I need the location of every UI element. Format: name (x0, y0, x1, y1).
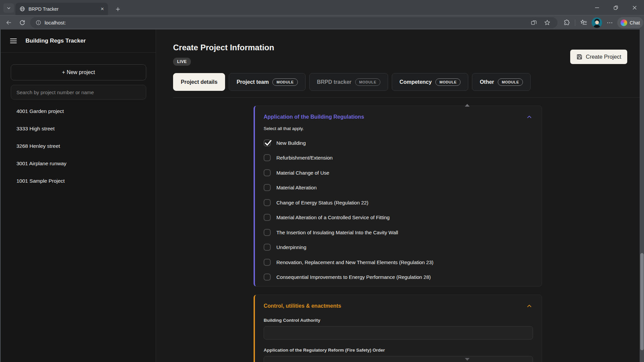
profile-avatar[interactable] (592, 17, 602, 28)
module-badge: MODULE (355, 78, 380, 86)
chat-label: Chat (630, 20, 640, 25)
field-label: Building Control Authority (264, 318, 533, 323)
checkbox-row[interactable]: Material Change of Use (264, 165, 533, 180)
settings-more-icon[interactable] (604, 15, 616, 30)
checkbox-label: Material Change of Use (276, 170, 329, 176)
checkbox[interactable] (264, 229, 271, 236)
checkbox[interactable] (264, 154, 271, 161)
project-list-item[interactable]: 3001 Airplane runway (1, 155, 156, 172)
tab-bar: Project details Project team MODULE BRPD… (173, 73, 531, 91)
tab-label: BRPD tracker (317, 79, 352, 85)
checkbox[interactable] (264, 184, 271, 191)
module-badge: MODULE (435, 78, 461, 86)
project-list-item[interactable]: 4001 Garden project (1, 103, 156, 120)
section-control-utilities: Control, utilities & enactments Building… (254, 295, 542, 362)
project-list: 4001 Garden project 3333 High street 326… (1, 103, 156, 190)
back-button[interactable] (3, 15, 15, 30)
extensions-icon[interactable] (561, 15, 573, 30)
checkbox-list: New Building Refurbishment/Extension Mat… (264, 135, 533, 285)
tab-close-icon[interactable]: × (101, 6, 104, 12)
scrollbar-thumb[interactable] (640, 253, 644, 350)
checkbox-label: Material Alteration (276, 185, 317, 190)
refresh-button[interactable] (16, 15, 28, 30)
restore-button[interactable] (606, 0, 625, 15)
checkbox-label: Material Alteration of a Controlled Serv… (276, 215, 390, 220)
checkbox-label: Consequential Improvements to Energy Per… (276, 274, 431, 280)
new-tab-button[interactable] (113, 4, 123, 14)
close-window-button[interactable] (625, 0, 644, 15)
checkbox-row[interactable]: Underpinning (264, 240, 533, 255)
tab-project-team[interactable]: Project team MODULE (229, 73, 305, 91)
save-icon (576, 54, 583, 60)
sidebar-header: Building Regs Tracker (1, 29, 156, 53)
checkbox[interactable] (264, 169, 271, 176)
checkbox[interactable] (264, 274, 271, 281)
app-title: Building Regs Tracker (25, 38, 86, 44)
copilot-chat-button[interactable]: Chat (617, 17, 643, 28)
collapse-chevron-up-icon[interactable] (526, 302, 533, 310)
tab-label: Other (480, 79, 494, 85)
scroll-down-indicator-icon[interactable] (465, 358, 470, 361)
checkbox[interactable] (264, 244, 271, 251)
tab-competency[interactable]: Competency MODULE (392, 73, 468, 91)
browser-tab[interactable]: BRPD Tracker × (15, 3, 108, 15)
tab-other[interactable]: Other MODULE (472, 73, 531, 91)
section-subtitle: Select all that apply. (264, 126, 533, 131)
checkbox-label: New Building (276, 140, 306, 146)
checkbox[interactable] (264, 199, 271, 206)
checkbox[interactable] (264, 259, 271, 266)
checkbox-label: Refurbishment/Extension (276, 155, 333, 161)
project-list-item[interactable]: 3268 Henley street (1, 137, 156, 155)
checkbox-row[interactable]: Renovation, Replacement and New Thermal … (264, 255, 533, 270)
collections-icon[interactable] (578, 15, 590, 30)
fire-safety-order-input[interactable] (264, 356, 533, 362)
module-badge: MODULE (498, 78, 523, 86)
tab-project-details[interactable]: Project details (173, 73, 225, 91)
module-badge: MODULE (272, 78, 298, 86)
checkbox-row[interactable]: Consequential Improvements to Energy Per… (264, 270, 533, 285)
favorite-star-icon[interactable] (542, 19, 552, 26)
tabs-divider (173, 97, 644, 98)
globe-favicon-icon (19, 6, 25, 12)
create-project-label: Create Project (586, 54, 621, 60)
toolbar-divider (575, 19, 575, 26)
project-search-input[interactable] (11, 85, 146, 100)
sidebar: Building Regs Tracker + New project 4001… (1, 29, 156, 362)
checkbox-label: Renovation, Replacement and New Thermal … (276, 259, 433, 265)
checkbox-label: The Insertion of Insulating Material Int… (276, 230, 398, 235)
browser-toolbar: localhost: Chat (0, 15, 644, 29)
section-title: Control, utilities & enactments (264, 303, 341, 309)
create-project-button[interactable]: Create Project (570, 50, 627, 64)
checkbox-label: Change of Energy Status (Regulation 22) (276, 200, 368, 205)
plus-icon (115, 6, 121, 12)
minimize-button[interactable] (588, 0, 606, 15)
checkbox-row[interactable]: Change of Energy Status (Regulation 22) (264, 195, 533, 210)
copilot-logo-icon (621, 19, 627, 26)
building-control-authority-input[interactable] (264, 326, 533, 340)
address-bar[interactable]: localhost: (30, 17, 557, 28)
checkbox-row[interactable]: The Insertion of Insulating Material Int… (264, 225, 533, 240)
project-list-item[interactable]: 1001 Sample Project (1, 172, 156, 190)
window-controls (588, 0, 644, 15)
tab-brpd-tracker[interactable]: BRPD tracker MODULE (309, 73, 388, 91)
checkbox-row[interactable]: Material Alteration (264, 180, 533, 195)
checkbox[interactable] (264, 214, 271, 221)
new-project-button[interactable]: + New project (11, 64, 146, 80)
split-screen-icon[interactable] (529, 19, 539, 26)
site-info-icon[interactable] (36, 20, 41, 25)
tab-label: Project team (236, 79, 269, 85)
tab-search-button[interactable] (3, 3, 14, 13)
hamburger-menu-icon[interactable] (10, 39, 17, 43)
checkbox-row[interactable]: Refurbishment/Extension (264, 150, 533, 166)
url-text[interactable]: localhost: (45, 20, 525, 25)
page-title: Create Project Information (173, 43, 274, 52)
collapse-chevron-up-icon[interactable] (526, 113, 533, 121)
chevron-down-icon (6, 6, 11, 10)
tab-label: Competency (399, 79, 432, 85)
scroll-up-indicator-icon[interactable] (465, 104, 470, 107)
browser-scrollbar[interactable] (640, 29, 644, 362)
checkbox-row[interactable]: New Building (264, 135, 533, 150)
checkbox[interactable] (264, 139, 271, 146)
checkbox-row[interactable]: Material Alteration of a Controlled Serv… (264, 210, 533, 225)
project-list-item[interactable]: 3333 High street (1, 120, 156, 137)
